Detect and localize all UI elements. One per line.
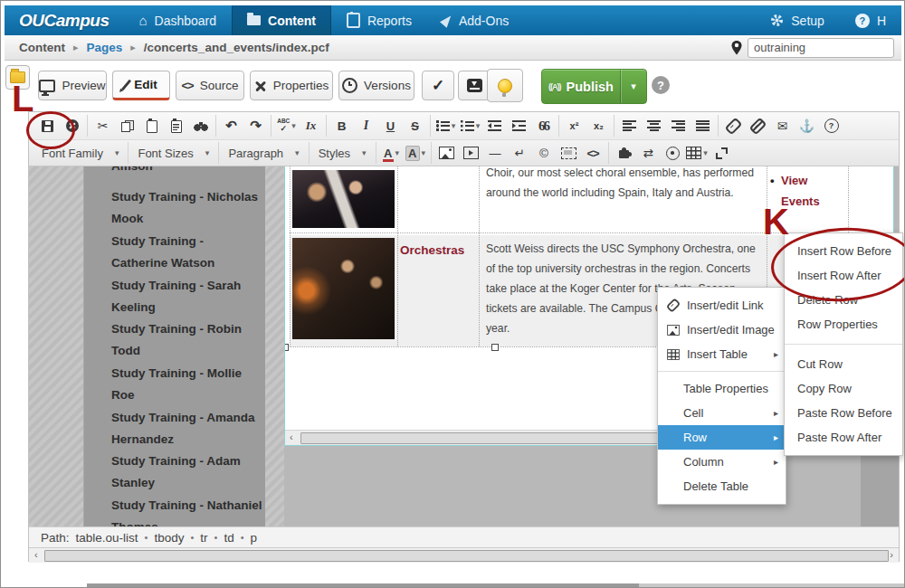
versions-button[interactable]: Versions — [338, 71, 414, 100]
publish-button[interactable]: ((A)) Publish — [542, 70, 620, 103]
menu-item-paste-row-after[interactable]: Paste Row After — [785, 425, 902, 450]
check-button[interactable]: ✓ — [422, 71, 454, 100]
nav-addons[interactable]: Add-Ons — [427, 5, 524, 35]
paste-button[interactable] — [139, 115, 164, 137]
insert-media-button[interactable] — [459, 142, 483, 164]
numbered-list-button[interactable]: ▾ — [458, 115, 482, 137]
nav-dashboard[interactable]: ⌂ Dashboard — [123, 5, 232, 35]
source-code-button[interactable]: <> — [581, 142, 605, 164]
exit-without-saving-button[interactable] — [60, 115, 84, 137]
bold-button[interactable]: B — [329, 115, 354, 137]
horizontal-rule-button[interactable]: — — [483, 142, 508, 164]
breadcrumb-pages[interactable]: Pages — [87, 41, 123, 54]
scroll-left-arrow[interactable]: ‹ — [290, 432, 293, 442]
menu-item-column[interactable]: Column — [658, 450, 786, 474]
menu-item-cut-row[interactable]: Cut Row — [785, 352, 902, 376]
align-right-button[interactable] — [666, 115, 691, 137]
menu-item-row-properties[interactable]: Row Properties — [785, 312, 902, 337]
scroll-right-arrow[interactable]: › — [890, 549, 893, 560]
scroll-left-arrow[interactable]: ‹ — [34, 549, 38, 560]
outdent-button[interactable] — [482, 115, 507, 137]
sidebar-link[interactable]: Study Training - Mollie Roe — [111, 363, 263, 406]
orchestra-photo[interactable] — [292, 238, 395, 339]
source-button[interactable]: <> Source — [176, 71, 244, 100]
resize-handle[interactable] — [491, 344, 499, 351]
font-color-button[interactable]: A▾ — [379, 142, 404, 164]
font-family-dropdown[interactable]: Font Family▾ — [35, 143, 125, 163]
path-segment[interactable]: table.ou-list — [76, 531, 138, 545]
menu-item-insert-edit-link[interactable]: Insert/edit Link — [658, 293, 786, 318]
cut-button[interactable]: ✂ — [90, 115, 115, 137]
italic-button[interactable]: I — [354, 115, 378, 137]
redo-button[interactable]: ↷ — [243, 115, 268, 137]
path-segment[interactable]: td — [224, 531, 233, 545]
spellcheck-button[interactable]: ABC ✓ ▾ — [274, 115, 299, 137]
sidebar-link[interactable]: Study Training - Catherine Watson — [111, 231, 263, 274]
lightbulb-button[interactable] — [487, 69, 523, 102]
sidebar-link[interactable]: Study Training - Sarah Keeling — [111, 275, 263, 318]
mailto-button[interactable]: ✉ — [770, 115, 795, 137]
menu-item-insert-row-after[interactable]: Insert Row After — [785, 263, 902, 288]
menu-item-insert-table[interactable]: Insert Table — [658, 342, 786, 366]
view-events-link[interactable]: View Events — [781, 174, 820, 208]
sidebar-link[interactable]: Amson — [111, 166, 263, 177]
help-button[interactable]: ? — [652, 76, 670, 94]
choir-photo[interactable] — [292, 170, 395, 228]
preview-button[interactable]: Preview — [38, 71, 107, 100]
special-character-button[interactable]: © — [532, 142, 557, 164]
find-replace-button[interactable] — [188, 115, 213, 137]
nav-content[interactable]: Content — [232, 5, 331, 35]
font-sizes-dropdown[interactable]: Font Sizes▾ — [131, 143, 215, 163]
anchor-button[interactable]: ⚓ — [795, 115, 819, 137]
insert-component-button[interactable]: ⇄ — [636, 142, 661, 164]
styles-dropdown[interactable]: Styles▾ — [312, 143, 373, 163]
copy-button[interactable] — [115, 115, 139, 137]
undo-button[interactable]: ↶ — [219, 115, 243, 137]
menu-item-insert-row-before[interactable]: Insert Row Before — [785, 239, 902, 263]
indent-button[interactable] — [507, 115, 531, 137]
check-in-button[interactable] — [458, 71, 491, 100]
menu-item-copy-row[interactable]: Copy Row — [785, 376, 902, 401]
resize-handle[interactable] — [284, 344, 289, 351]
align-left-button[interactable] — [617, 115, 642, 137]
underline-button[interactable]: U — [378, 115, 403, 137]
publish-split-button[interactable]: ((A)) Publish ▾ — [541, 69, 647, 104]
sidebar-link[interactable]: Study Training - Amanda Hernandez — [111, 407, 263, 450]
justify-button[interactable] — [691, 115, 715, 137]
align-center-button[interactable] — [642, 115, 666, 137]
nav-setup[interactable]: Setup — [755, 14, 840, 28]
pages-folder-button[interactable] — [5, 65, 30, 90]
choir-description[interactable]: Choir, our most select choral ensemble, … — [486, 166, 763, 203]
scrollbar-thumb[interactable] — [44, 550, 889, 562]
fullscreen-button[interactable] — [710, 142, 734, 164]
path-segment[interactable]: tbody — [154, 531, 184, 545]
table-button[interactable]: ▾ — [685, 142, 710, 164]
edit-button[interactable]: Edit — [112, 71, 170, 100]
publish-dropdown-button[interactable]: ▾ — [620, 70, 646, 103]
sidebar-link[interactable]: Study Training - Nathaniel Thomas — [111, 495, 263, 526]
properties-button[interactable]: Properties — [250, 71, 333, 100]
editor-help-button[interactable]: ? — [819, 115, 843, 137]
view-events-list[interactable]: • View Events — [770, 170, 837, 212]
bullet-list-button[interactable]: ▾ — [433, 115, 458, 137]
sidebar-link[interactable]: Study Training - Nicholas Mook — [111, 186, 263, 230]
menu-item-delete-table[interactable]: Delete Table — [658, 474, 786, 498]
blockquote-button[interactable]: 66 — [531, 115, 556, 137]
background-color-button[interactable]: A▾ — [404, 142, 428, 164]
sidebar-link[interactable]: Study Training - Robin Todd — [111, 318, 263, 362]
menu-item-delete-row[interactable]: Delete Row — [785, 288, 902, 312]
path-segment[interactable]: p — [251, 531, 258, 545]
save-button[interactable] — [35, 115, 60, 137]
insert-image-button[interactable] — [434, 142, 459, 164]
insert-link-button[interactable] — [721, 115, 746, 137]
strikethrough-button[interactable]: S — [403, 115, 427, 137]
unlink-button[interactable] — [746, 115, 770, 137]
menu-item-cell[interactable]: Cell — [658, 401, 786, 425]
paragraph-format-dropdown[interactable]: Paragraph▾ — [222, 143, 305, 163]
editor-horizontal-scrollbar[interactable]: ‹ › — [29, 547, 899, 563]
row-label[interactable]: Orchestras — [400, 241, 464, 261]
paste-as-text-button[interactable] — [164, 115, 188, 137]
superscript-button[interactable]: x² — [562, 115, 586, 137]
subscript-button[interactable]: x₂ — [586, 115, 611, 137]
path-segment[interactable]: tr — [200, 531, 207, 545]
